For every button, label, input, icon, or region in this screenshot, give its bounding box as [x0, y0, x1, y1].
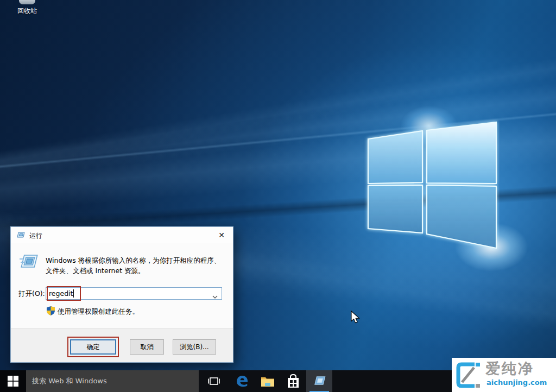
edge-browser-button[interactable]: [230, 370, 254, 392]
watermark-site-url: aichunjing.com: [486, 378, 547, 387]
ok-button[interactable]: 确定: [70, 339, 116, 355]
run-dialog-footer: 确定 取消 浏览(B)...: [11, 328, 233, 362]
cancel-button[interactable]: 取消: [130, 339, 164, 355]
uac-shield-icon: [47, 306, 55, 317]
recycle-bin-icon: [19, 0, 35, 4]
annotation-box-input: [47, 286, 81, 301]
desktop-icon-recycle-bin[interactable]: 回收站: [8, 0, 47, 16]
description-line1: Windows 将根据你所输入的名称，为你打开相应的程序、: [46, 256, 220, 264]
watermark-badge: 爱纯净 aichunjing.com: [452, 358, 556, 392]
chevron-down-icon[interactable]: [212, 292, 218, 300]
windows-start-icon: [8, 376, 18, 387]
start-button[interactable]: [0, 370, 26, 392]
browse-button[interactable]: 浏览(B)...: [173, 339, 216, 355]
search-placeholder: 搜索 Web 和 Windows: [32, 377, 107, 385]
open-combobox[interactable]: regedit: [46, 287, 222, 300]
desktop: 回收站 运行 ✕: [0, 0, 556, 392]
file-explorer-icon: [261, 375, 275, 387]
edge-icon: [235, 374, 249, 388]
admin-permission-note: 使用管理权限创建此任务。: [58, 307, 139, 317]
run-dialog-title: 运行: [29, 231, 42, 241]
store-icon: [287, 374, 300, 388]
run-dialog-titlebar[interactable]: 运行 ✕: [11, 227, 233, 243]
mouse-cursor: [351, 311, 361, 327]
aichunjing-logo-icon: [456, 362, 482, 391]
run-dialog-description: Windows 将根据你所输入的名称，为你打开相应的程序、 文件夹、文档或 In…: [46, 256, 228, 276]
taskbar-search-input[interactable]: 搜索 Web 和 Windows: [26, 370, 199, 392]
run-dialog-window: 运行 ✕ Windows 将根据你所输入的名称，为你打开相应的程序、 文件夹、文…: [10, 226, 233, 363]
open-label: 打开(O):: [18, 289, 45, 299]
description-line2: 文件夹、文档或 Internet 资源。: [46, 267, 145, 275]
store-button[interactable]: [281, 370, 305, 392]
run-app-icon: [313, 376, 326, 387]
task-view-icon: [207, 376, 221, 386]
close-button[interactable]: ✕: [210, 227, 233, 243]
run-app-taskbar-button[interactable]: [306, 370, 332, 392]
task-view-button[interactable]: [202, 370, 226, 392]
run-window-icon: [17, 231, 26, 241]
close-icon: ✕: [218, 231, 225, 239]
windows-logo-wallpaper: [364, 118, 500, 251]
file-explorer-button[interactable]: [256, 370, 280, 392]
recycle-bin-label: 回收站: [8, 7, 47, 16]
watermark-site-name: 爱纯净: [485, 359, 534, 378]
run-dialog-icon: [18, 252, 39, 273]
